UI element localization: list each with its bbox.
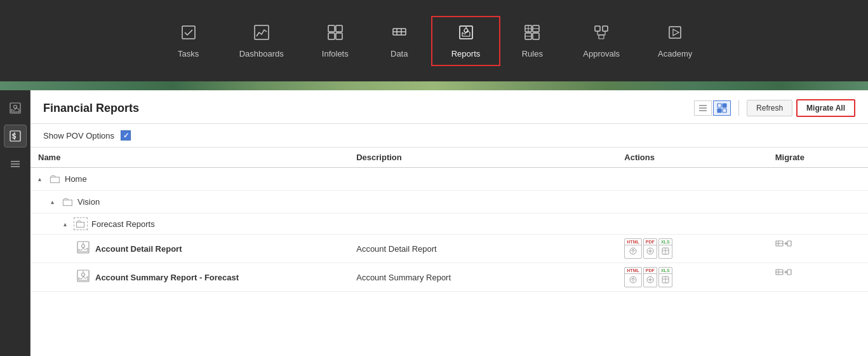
svg-rect-48 [723,109,726,113]
migrate-icon-account-detail[interactable] [775,244,792,257]
folder-label-forecast: Forecast Reports [91,219,155,229]
report-name-cell: Account Summary Report - Forecast [30,263,349,292]
table-row: ▴ 🗀 Home [30,168,868,191]
infolets-icon [326,24,344,44]
rules-icon [523,24,541,44]
svg-rect-24 [595,26,600,31]
banner-strip [0,81,868,90]
nav-item-approvals[interactable]: Approvals [564,17,639,65]
data-label: Data [391,49,408,58]
academy-icon [666,24,684,44]
nav-items-container: Tasks Dashboards Infolets [157,16,712,66]
page-header: Financial Reports [30,90,868,124]
infolets-label: Infolets [322,49,349,58]
refresh-button[interactable]: Refresh [747,100,792,116]
xls-action-icon[interactable]: XLS [658,238,672,259]
sidebar-icon-reports[interactable] [4,97,27,120]
action-icons-account-detail: HTML [624,238,759,259]
pdf-action-icon-2[interactable]: PDF [643,267,657,287]
rules-label: Rules [522,49,543,58]
nav-item-academy[interactable]: Academy [639,17,711,65]
dashboards-label: Dashboards [239,49,284,58]
folder-icon-vision: 🗀 [61,195,74,209]
action-icons-account-summary: HTML PDF [624,267,759,287]
header-actions: Refresh Migrate All [694,99,855,117]
svg-text:$: $ [12,132,16,140]
sidebar: $ [0,90,30,356]
collapse-arrow-forecast[interactable]: ▴ [63,221,70,228]
reports-icon [457,24,475,44]
report-name-cell: Account Detail Report [30,235,349,263]
view-list-button[interactable] [694,100,712,116]
nav-item-dashboards[interactable]: Dashboards [220,17,303,65]
report-actions-account-detail: HTML [617,235,767,263]
report-icon-account-summary [76,269,90,285]
html-action-icon[interactable]: HTML [624,238,641,259]
svg-rect-4 [328,33,335,39]
data-icon [391,24,408,44]
table-header: Name Description Actions Migrate [30,147,868,168]
report-actions-account-summary: HTML PDF [617,263,767,292]
svg-rect-0 [182,26,195,39]
folder-label-home: Home [65,174,87,184]
xls-action-icon-2[interactable]: XLS [658,267,672,287]
nav-item-data[interactable]: Data [368,17,431,65]
pov-row: Show POV Options [30,124,868,147]
nav-item-tasks[interactable]: Tasks [157,17,220,65]
folder-name-cell: ▴ 🗀 Home [30,168,349,191]
svg-rect-30 [599,35,604,39]
nav-item-rules[interactable]: Rules [500,17,564,65]
approvals-label: Approvals [583,49,620,58]
report-migrate-account-detail [768,235,868,263]
svg-rect-25 [603,26,608,31]
main-layout: $ Financial Reports [0,90,868,356]
view-toggle [694,100,731,116]
nav-item-infolets[interactable]: Infolets [303,17,368,65]
table-row: ▴ 🗀 Forecast Reports [30,214,868,235]
reports-label: Reports [451,49,481,58]
col-header-description: Description [349,147,617,168]
folder-label-vision: Vision [77,197,100,207]
col-header-migrate: Migrate [768,147,868,168]
folder-home: ▴ 🗀 Home [38,172,341,186]
col-header-name: Name [30,147,349,168]
svg-rect-3 [336,25,342,32]
tasks-label: Tasks [178,49,199,58]
nav-item-reports[interactable]: Reports [431,16,501,66]
col-header-actions: Actions [617,147,767,168]
table-row: Account Summary Report - Forecast Accoun… [30,263,868,292]
table-row: ▴ 🗀 Vision [30,191,868,214]
svg-rect-23 [533,33,539,39]
migrate-icon-account-summary[interactable] [775,273,792,285]
svg-rect-1 [255,25,269,39]
view-grid-button[interactable] [713,100,731,116]
report-label-account-summary: Account Summary Report - Forecast [95,273,239,282]
dashboards-icon [253,24,270,44]
reports-table: Name Description Actions Migrate ▴ 🗀 Hom… [30,147,868,292]
academy-label: Academy [658,49,692,58]
page-title: Financial Reports [43,102,139,115]
svg-point-50 [82,245,85,248]
svg-rect-47 [718,109,721,113]
svg-marker-32 [673,29,679,36]
tasks-icon [180,24,197,44]
migrate-all-button[interactable]: Migrate All [796,99,855,117]
sidebar-icon-financial[interactable]: $ [4,125,27,147]
folder-name-cell: ▴ 🗀 Forecast Reports [30,214,349,235]
collapse-arrow-home[interactable]: ▴ [38,175,44,182]
svg-rect-45 [718,104,721,107]
approvals-icon [592,24,610,44]
folder-icon-home: 🗀 [48,172,61,186]
header-divider [738,100,739,116]
folder-vision: ▴ 🗀 Vision [38,195,341,209]
collapse-arrow-vision[interactable]: ▴ [51,198,57,205]
svg-rect-5 [336,33,342,39]
html-action-icon-2[interactable]: HTML [624,267,641,287]
svg-rect-62 [787,241,791,246]
folder-name-cell: ▴ 🗀 Vision [30,191,349,214]
sidebar-icon-list[interactable] [4,153,27,175]
report-account-detail: Account Detail Report [38,240,341,257]
pdf-action-icon[interactable]: PDF [643,238,657,259]
pov-checkbox[interactable] [121,130,131,140]
table-body: ▴ 🗀 Home ▴ 🗀 Vision [30,168,868,292]
